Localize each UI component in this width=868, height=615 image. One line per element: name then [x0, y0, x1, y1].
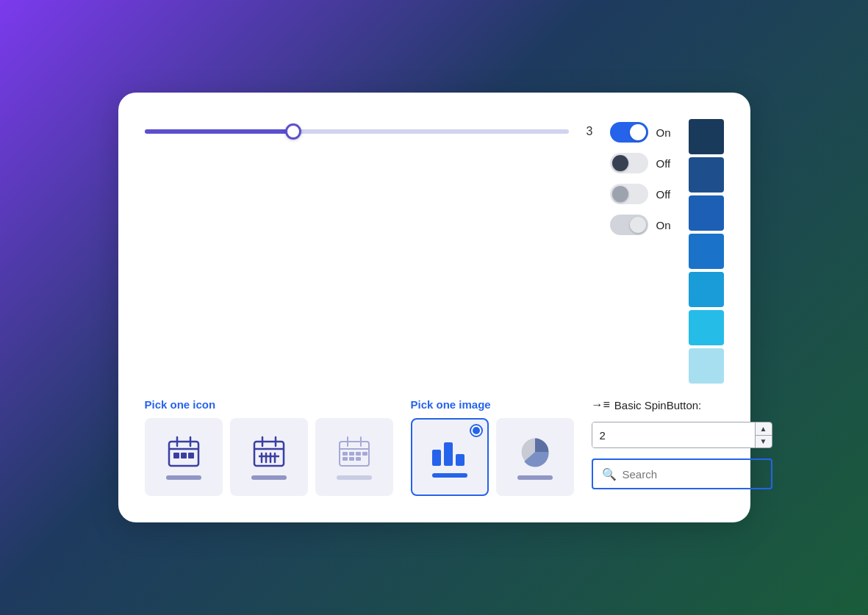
- main-card: 3 On Off Off: [118, 93, 750, 522]
- pie-chart-icon: [517, 434, 553, 470]
- svg-rect-27: [432, 450, 441, 466]
- swatch-5[interactable]: [689, 272, 724, 307]
- icon-section: Pick one icon: [145, 398, 393, 496]
- icon-tile-2[interactable]: [230, 418, 308, 496]
- spinbutton-label-text: Basic SpinButton:: [614, 399, 701, 411]
- list-arrow-icon: →≡: [592, 398, 610, 411]
- toggle-group: On Off Off On: [610, 122, 670, 235]
- svg-rect-21: [349, 452, 354, 456]
- svg-rect-25: [349, 457, 354, 461]
- toggle-off-dark[interactable]: [610, 153, 648, 173]
- icon-grid: [145, 418, 393, 496]
- toggle-row-3: Off: [610, 184, 670, 204]
- swatch-2[interactable]: [689, 157, 724, 193]
- swatch-4[interactable]: [689, 234, 724, 269]
- toggle-label-4: On: [656, 219, 670, 231]
- toggle-label-3: Off: [656, 188, 670, 201]
- calendar-icon-2: [251, 434, 287, 470]
- toggle-knob-2: [612, 155, 628, 171]
- image-tile-pie-chart[interactable]: [496, 418, 574, 496]
- calendar-icon-3: [337, 434, 372, 470]
- svg-rect-7: [254, 442, 284, 466]
- toggle-label-2: Off: [656, 157, 670, 170]
- toggle-knob-1: [630, 124, 646, 140]
- icon-tile-3[interactable]: [315, 418, 393, 496]
- svg-rect-24: [342, 457, 348, 461]
- toggle-row-2: Off: [610, 153, 670, 173]
- radio-indicator-1: [470, 424, 483, 437]
- icon-tile-bar-1: [166, 475, 201, 480]
- icon-tile-1[interactable]: [145, 418, 223, 496]
- icon-tile-bar-3: [337, 475, 372, 480]
- spinbutton-down[interactable]: ▼: [756, 436, 772, 448]
- toggle-off-gray[interactable]: [610, 184, 648, 204]
- svg-rect-29: [456, 454, 465, 466]
- spin-search-area: →≡ Basic SpinButton: ▲ ▼ 🔍: [592, 398, 772, 489]
- toggle-row-1: On: [610, 122, 670, 143]
- image-section: Pick one image: [411, 398, 574, 496]
- svg-rect-5: [181, 453, 187, 458]
- svg-rect-22: [356, 452, 361, 456]
- slider-thumb[interactable]: [285, 123, 301, 140]
- svg-rect-6: [188, 453, 194, 458]
- bottom-row: Pick one icon: [145, 398, 724, 496]
- svg-rect-26: [356, 457, 361, 461]
- spinbutton-buttons: ▲ ▼: [755, 422, 772, 447]
- bar-chart-icon: [431, 436, 469, 467]
- toggle-knob-3: [612, 186, 628, 202]
- swatch-6[interactable]: [689, 310, 724, 345]
- toggle-on-gray[interactable]: [610, 215, 648, 235]
- svg-rect-23: [362, 452, 367, 456]
- image-tile-bar-2: [517, 475, 553, 480]
- svg-rect-20: [342, 452, 348, 456]
- toggle-label-1: On: [656, 126, 670, 139]
- image-tile-bar-chart[interactable]: [411, 418, 489, 496]
- search-input[interactable]: [623, 468, 762, 481]
- slider-fill: [145, 129, 293, 134]
- search-wrap[interactable]: 🔍: [592, 458, 772, 489]
- toggle-on-blue[interactable]: [610, 122, 648, 143]
- slider-value: 3: [578, 125, 592, 138]
- image-section-label: Pick one image: [411, 398, 574, 411]
- search-icon: 🔍: [602, 467, 617, 481]
- swatch-1[interactable]: [689, 119, 724, 154]
- top-row: 3 On Off Off: [145, 119, 724, 384]
- spinbutton-wrap[interactable]: ▲ ▼: [592, 422, 772, 448]
- svg-rect-28: [444, 442, 453, 466]
- color-swatches: [689, 119, 724, 384]
- image-grid: [411, 418, 574, 496]
- toggle-row-4: On: [610, 215, 670, 235]
- image-tile-bar-1: [432, 473, 467, 478]
- toggle-knob-4: [630, 217, 646, 233]
- spinbutton-label: →≡ Basic SpinButton:: [592, 398, 772, 411]
- icon-tile-bar-2: [251, 475, 287, 480]
- slider-track[interactable]: [145, 129, 570, 134]
- calendar-icon-1: [166, 434, 201, 470]
- spinbutton-input[interactable]: [592, 422, 755, 447]
- swatch-7[interactable]: [689, 348, 724, 384]
- icon-section-label: Pick one icon: [145, 398, 393, 411]
- slider-area: 3: [145, 119, 593, 138]
- spinbutton-up[interactable]: ▲: [756, 422, 772, 436]
- swatch-3[interactable]: [689, 195, 724, 231]
- svg-rect-4: [173, 453, 179, 458]
